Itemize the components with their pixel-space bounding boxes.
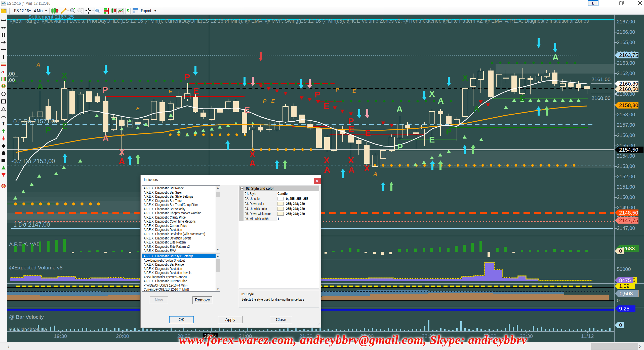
svg-text:P: P — [121, 133, 125, 138]
svg-text:-0.7 Dσ 2153,00: -0.7 Dσ 2153,00 — [11, 158, 55, 164]
svg-text:A: A — [438, 96, 444, 106]
svg-text:2161,00: 2161,00 — [591, 76, 611, 82]
svg-text:P: P — [314, 90, 320, 99]
svg-text:X: X — [119, 147, 125, 157]
svg-text:E: E — [365, 128, 371, 138]
svg-text:A: A — [103, 133, 109, 143]
svg-text:X: X — [250, 149, 255, 159]
svg-text:,00: ,00 — [8, 77, 15, 83]
svg-text:E: E — [62, 121, 68, 131]
svg-text:-0.5 Dσ 2157,00: -0.5 Dσ 2157,00 — [11, 118, 55, 125]
svg-text:E: E — [429, 135, 435, 144]
svg-text:X: X — [462, 73, 468, 82]
svg-text:P: P — [46, 125, 51, 135]
svg-text:,00: ,00 — [8, 71, 15, 77]
svg-text:A: A — [249, 158, 256, 168]
svg-text:P: P — [184, 72, 190, 82]
svg-text:A: A — [348, 165, 355, 175]
svg-text:A: A — [373, 171, 377, 177]
svg-text:E: E — [136, 106, 140, 111]
svg-text:X: X — [364, 163, 370, 173]
svg-text:-1 Dσ 2147,00: -1 Dσ 2147,00 — [11, 221, 50, 228]
svg-text:A: A — [36, 62, 40, 67]
svg-text:@ Bar Velocity: @ Bar Velocity — [9, 314, 44, 320]
svg-text:$: $ — [127, 9, 129, 13]
svg-text:2160,00: 2160,00 — [591, 95, 611, 101]
svg-text:P: P — [102, 85, 108, 94]
svg-text:A: A — [396, 104, 403, 114]
svg-text:A: A — [324, 165, 330, 174]
svg-text:A: A — [552, 52, 559, 62]
svg-text:P: P — [446, 127, 452, 136]
svg-text:E: E — [169, 88, 172, 94]
svg-text:E: E — [352, 88, 356, 94]
svg-text:X: X — [429, 89, 435, 98]
svg-text:E: E — [271, 98, 275, 104]
svg-text:F: F — [3, 70, 5, 74]
svg-text:T: T — [2, 122, 5, 126]
svg-text:X: X — [324, 155, 330, 165]
svg-text:E: E — [349, 124, 354, 134]
svg-text:A: A — [119, 156, 125, 166]
svg-text:A: A — [37, 82, 44, 91]
svg-text:@Bar Range, @Deviation Levels,: @Bar Range, @Deviation Levels, PriorDayO… — [10, 18, 589, 24]
svg-text:P: P — [397, 142, 403, 152]
svg-text:E: E — [244, 105, 250, 115]
svg-text:E: E — [520, 93, 526, 103]
svg-text:E: E — [193, 86, 199, 95]
svg-text:@Expected Volume v8: @Expected Volume v8 — [9, 265, 63, 270]
svg-text:X: X — [62, 71, 67, 80]
svg-text:A: A — [474, 104, 480, 114]
svg-text:P: P — [263, 98, 267, 104]
svg-text:P: P — [336, 87, 339, 93]
svg-text:© 2016 NinjaTrader, LLC: © 2016 NinjaTrader, LLC — [9, 327, 48, 331]
svg-text:E: E — [324, 101, 329, 111]
svg-text:X: X — [348, 155, 354, 165]
